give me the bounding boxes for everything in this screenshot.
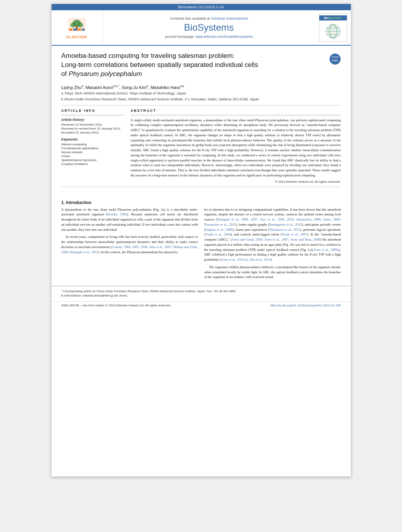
svg-point-3: [78, 22, 83, 28]
keyword-1: Natural computing: [61, 143, 124, 146]
journal-issue-label: BioSystems 112 (2013) 1–10: [178, 5, 224, 9]
copyright-line: © 2013 Elsevier Ireland Ltd. All rights …: [131, 180, 341, 184]
intro-para1: A plasmodium of the true slime mold Phys…: [61, 207, 198, 232]
elsevier-text: ELSEVIER: [67, 35, 87, 39]
sciverse-text: Contents lists available at SciVerse Sci…: [170, 17, 248, 20]
top-bar: BioSystems 112 (2013) 1–10: [52, 4, 351, 10]
divider-after-abstract: [61, 187, 341, 187]
biosystems-globe-icon: [323, 20, 343, 40]
keyword-2: Combinatorial optimization: [61, 146, 124, 150]
svg-point-2: [70, 22, 76, 28]
article-content-area: Amoeba-based computing for traveling sal…: [52, 46, 351, 196]
keyword-6: Coupled oscillators: [61, 162, 124, 166]
footnote-asterisk: * Corresponding author at: Flucto-Order …: [61, 289, 341, 293]
history-label: Article history:: [61, 118, 124, 122]
doi-line[interactable]: http://dx.doi.org/10.1016/j.biosystems.2…: [270, 304, 341, 307]
intro-col2: lot of attention due to its intriguing c…: [204, 207, 341, 282]
affiliation-a: a Tokyo Tech–RIKEN International School,…: [61, 91, 341, 96]
publisher-logo-area: ELSEVIER: [52, 10, 103, 45]
keyword-3: Neural network: [61, 150, 124, 154]
intro-col2-para2: The organism exhibits photoavoidance beh…: [204, 265, 341, 280]
authors-line: Liping Zhua, Masashi Aonoa,b,*, Song-Ju …: [61, 84, 341, 90]
divider-abstract: [131, 115, 341, 115]
divider-after-affiliations: [61, 105, 341, 106]
biosystems-logo-label: BioSystems: [319, 15, 347, 20]
journal-title-area: Contents lists available at SciVerse Sci…: [103, 10, 315, 45]
abstract-column: Abstract A single-celled, multi-nucleate…: [131, 109, 341, 184]
article-title-section: Amoeba-based computing for traveling sal…: [61, 52, 341, 81]
issn-line: 0303-2647/$ – see front matter © 2013 El…: [61, 304, 171, 307]
received-date: Received 12 November 2012: [61, 123, 124, 126]
crossmark-icon: Cross Mark: [329, 53, 341, 65]
keywords-label: Keywords:: [61, 137, 124, 141]
homepage-link[interactable]: www.elsevier.com/locate/biosystems: [195, 35, 253, 39]
svg-text:Mark: Mark: [332, 59, 338, 62]
elsevier-emblem-icon: [65, 16, 89, 34]
crossmark-badge: Cross Mark: [329, 53, 341, 67]
article-info-column: Article Info Article history: Received 1…: [61, 109, 124, 184]
footnote-area: * Corresponding author at: Flucto-Order …: [52, 286, 351, 301]
intro-para2: In recent years, computation in living c…: [61, 234, 198, 254]
keyword-4: Chaos: [61, 154, 124, 158]
abstract-heading: Abstract: [131, 109, 341, 113]
article-info-heading: Article Info: [61, 109, 124, 113]
svg-rect-7: [78, 29, 81, 31]
footnote-email: E-mail address: masashi.aono@riken.jp (M…: [61, 294, 341, 297]
revised-date: Received in revised form 15 January 2013: [61, 127, 124, 130]
svg-rect-6: [73, 29, 77, 31]
keyword-5: Spatiotemporal dynamics: [61, 158, 124, 162]
page-footer: 0303-2647/$ – see front matter © 2013 El…: [52, 301, 351, 309]
abstract-text: A single-celled, multi-nucleated amoeboi…: [131, 118, 341, 178]
journal-header: ELSEVIER Contents lists available at Sci…: [52, 10, 351, 46]
intro-section-title: 1. Introduction: [61, 200, 341, 205]
sciverse-link[interactable]: SciVerse ScienceDirect: [211, 17, 248, 20]
svg-text:Cross: Cross: [331, 56, 339, 58]
intro-col1: A plasmodium of the true slime mold Phys…: [61, 207, 198, 282]
divider-article-info: [61, 115, 124, 115]
biosystems-logo-area: BioSystems: [315, 10, 351, 45]
affiliation-b: b Flucto-Order Functions Research Team, …: [61, 97, 341, 102]
svg-rect-5: [69, 29, 72, 31]
journal-title: BioSystems: [184, 22, 234, 33]
elsevier-logo: ELSEVIER: [65, 16, 89, 39]
svg-rect-8: [82, 29, 85, 31]
intro-col2-para1: lot of attention due to its intriguing c…: [204, 207, 341, 262]
body-content: 1. Introduction A plasmodium of the true…: [52, 200, 351, 282]
article-title-text: Amoeba-based computing for traveling sal…: [61, 52, 325, 81]
accepted-date: Accepted 22 January 2013: [61, 131, 124, 134]
article-page: BioSystems 112 (2013) 1–10: [52, 4, 351, 476]
journal-homepage: journal homepage: www.elsevier.com/locat…: [165, 35, 253, 39]
article-title: Amoeba-based computing for traveling sal…: [61, 52, 325, 79]
biosystems-logo: BioSystems: [319, 13, 347, 42]
intro-columns: A plasmodium of the true slime mold Phys…: [61, 207, 341, 282]
info-abstract-columns: Article Info Article history: Received 1…: [61, 109, 341, 184]
